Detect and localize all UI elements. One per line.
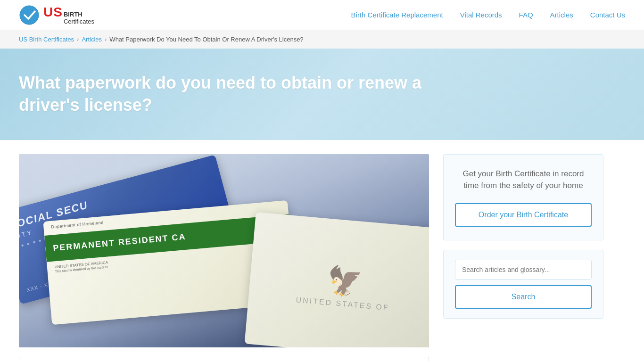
green-card-text: PERMANENT RESIDENT CA <box>52 231 186 253</box>
search-button[interactable]: Search <box>455 285 592 309</box>
logo-text: US BIRTH Certificates <box>43 5 94 25</box>
nav-contact-us[interactable]: Contact Us <box>590 11 625 19</box>
eagle-icon: 🦅 <box>326 263 364 299</box>
search-card: Search <box>443 250 603 319</box>
us-document-card: 🦅 UNITED STATES OF <box>245 212 429 347</box>
logo-birth: BIRTH <box>64 11 94 18</box>
search-input[interactable] <box>455 260 592 280</box>
breadcrumb-home[interactable]: US Birth Certificates <box>19 36 74 43</box>
promo-text: Get your Birth Certificate in record tim… <box>455 168 592 192</box>
promo-card: Get your Birth Certificate in record tim… <box>443 154 603 240</box>
breadcrumb-section[interactable]: Articles <box>82 36 102 43</box>
breadcrumb: US Birth Certificates › Articles › What … <box>0 30 644 49</box>
logo-us: US <box>43 5 63 20</box>
site-header: US BIRTH Certificates Birth Certificate … <box>0 0 644 30</box>
nav-vital-records[interactable]: Vital Records <box>460 11 502 19</box>
article-hero-image: SOCIAL SECU RITY ● ● ● ● ● ● ● ● ● ● ● ●… <box>19 154 429 347</box>
breadcrumb-separator-2: › <box>105 36 107 43</box>
main-nav: Birth Certificate Replacement Vital Reco… <box>351 11 625 19</box>
logo-icon <box>19 5 40 25</box>
table-of-contents: Table of Contents <box>19 357 429 362</box>
svg-point-0 <box>20 6 39 25</box>
breadcrumb-separator-1: › <box>77 36 79 43</box>
article-content: SOCIAL SECU RITY ● ● ● ● ● ● ● ● ● ● ● ●… <box>19 154 429 362</box>
main-content: SOCIAL SECU RITY ● ● ● ● ● ● ● ● ● ● ● ●… <box>0 140 644 362</box>
logo-certificates: Certificates <box>64 18 94 25</box>
logo[interactable]: US BIRTH Certificates <box>19 5 94 25</box>
nav-articles[interactable]: Articles <box>550 11 573 19</box>
breadcrumb-current: What Paperwork Do You Need To Obtain Or … <box>109 36 303 43</box>
page-title: What paperwork do you need to obtain or … <box>19 72 443 116</box>
us-card-text: UNITED STATES OF <box>296 295 389 312</box>
hero-banner: What paperwork do you need to obtain or … <box>0 49 644 140</box>
nav-birth-certificate-replacement[interactable]: Birth Certificate Replacement <box>351 11 443 19</box>
green-card-header: Department of Homeland <box>51 220 104 230</box>
nav-faq[interactable]: FAQ <box>519 11 533 19</box>
sidebar: Get your Birth Certificate in record tim… <box>443 154 603 319</box>
order-birth-certificate-button[interactable]: Order your Birth Certificate <box>455 203 592 227</box>
